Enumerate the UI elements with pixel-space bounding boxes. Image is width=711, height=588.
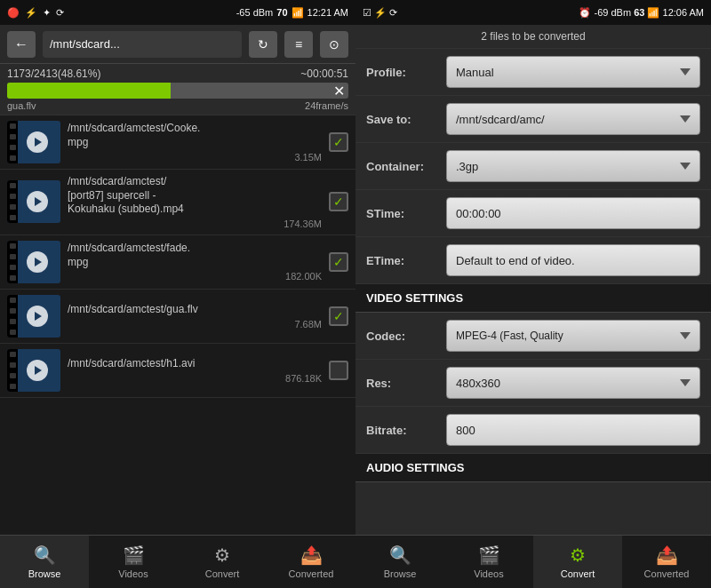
usb-icon: ⚡ (25, 7, 37, 19)
progress-section: 1173/2413(48.61%) ~00:00:51 ✕ gua.flv 24… (0, 64, 356, 115)
play-icon (27, 360, 48, 381)
file-name: /mnt/sdcard/amctest/[port87] supercell -… (68, 175, 322, 217)
converted-icon: 📤 (300, 544, 323, 566)
stime-label: STime: (366, 207, 446, 220)
saveto-dropdown[interactable]: /mnt/sdcard/amc/ (446, 103, 700, 135)
tab-browse-right[interactable]: 🔍 Browse (356, 536, 444, 588)
alarm-icon: ⏰ (579, 7, 591, 18)
bitrate-row: Bitrate: 800 (356, 407, 711, 454)
status-icons-left: 🔴 ⚡ ✦ ⟳ (7, 7, 64, 19)
file-thumbnail (7, 241, 60, 283)
file-thumbnail (7, 121, 60, 163)
converted-label: Converted (289, 568, 334, 579)
container-value: .3gp (456, 160, 478, 173)
profile-label: Profile: (366, 66, 446, 79)
convert-icon: ⚙ (214, 544, 230, 566)
file-checkbox[interactable] (329, 252, 348, 272)
progress-percent: 1173/2413(48.61%) (7, 68, 100, 80)
bitrate-field[interactable]: 800 (446, 414, 700, 446)
profile-dropdown[interactable]: Manual (446, 56, 700, 88)
status-info-left: -65 dBm 70 📶 12:21 AM (236, 7, 348, 19)
profile-control: Manual (446, 56, 700, 88)
res-control: 480x360 (446, 367, 700, 399)
file-name: /mnt/sdcard/amctest/fade.mpg (68, 242, 322, 269)
container-dropdown[interactable]: .3gp (446, 150, 700, 182)
list-item[interactable]: /mnt/sdcard/amctest/Cooke.mpg 3.15M (0, 115, 356, 170)
play-icon (27, 306, 48, 327)
file-thumbnail (7, 295, 60, 338)
tab-convert-right[interactable]: ⚙ Convert (533, 536, 622, 588)
path-display: /mnt/sdcard... (43, 31, 242, 58)
file-size: 3.15M (68, 152, 322, 163)
tab-convert[interactable]: ⚙ Convert (178, 536, 267, 588)
file-thumbnail (7, 349, 60, 392)
time-right: 12:06 AM (663, 7, 704, 18)
tab-converted[interactable]: 📤 Converted (267, 536, 356, 588)
codec-control: MPEG-4 (Fast, Quality (446, 320, 700, 352)
list-item[interactable]: /mnt/sdcard/amctest/gua.flv 7.68M (0, 290, 356, 344)
converted-icon-right: 📤 (656, 544, 678, 566)
time-left: 12:21 AM (308, 7, 348, 18)
browse-label-right: Browse (384, 568, 417, 579)
bitrate-label: Bitrate: (366, 424, 446, 437)
res-value: 480x360 (456, 377, 500, 390)
etime-value: Default to end of video. (456, 254, 575, 267)
files-to-convert: 2 files to be converted (481, 30, 585, 43)
list-item[interactable]: /mnt/sdcard/amctest/[port87] supercell -… (0, 170, 356, 235)
res-dropdown[interactable]: 480x360 (446, 367, 700, 399)
saveto-row: Save to: /mnt/sdcard/amc/ (356, 96, 711, 143)
file-name: /mnt/sdcard/amctest/h1.avi (68, 357, 322, 371)
dropdown-arrow-icon (680, 68, 691, 75)
file-checkbox[interactable] (329, 306, 348, 326)
tab-videos-right[interactable]: 🎬 Videos (444, 536, 533, 588)
refresh-button[interactable]: ↻ (249, 31, 277, 58)
signal-strength-right: -69 dBm (595, 7, 632, 18)
nav-bar: ← /mnt/sdcard... ↻ ≡ ⊙ (0, 25, 356, 64)
videos-icon-right: 🎬 (478, 544, 500, 566)
etime-control: Default to end of video. (446, 244, 700, 276)
file-thumbnail (7, 180, 60, 223)
checkbox-icon: ☑ (363, 7, 371, 18)
res-label: Res: (366, 377, 446, 390)
menu-button[interactable]: ≡ (284, 31, 313, 58)
browse-icon: 🔍 (34, 544, 56, 566)
signal-bar-icon: 📶 (292, 7, 304, 19)
list-item[interactable]: /mnt/sdcard/amctest/fade.mpg 182.00K (0, 235, 356, 290)
cancel-button[interactable]: ✕ (333, 83, 345, 99)
tab-converted-right[interactable]: 📤 Converted (622, 536, 711, 588)
bars-left: 70 (276, 7, 287, 18)
bottom-nav-right: 🔍 Browse 🎬 Videos ⚙ Convert 📤 Converted (356, 535, 711, 588)
saveto-value: /mnt/sdcard/amc/ (456, 113, 545, 126)
file-checkbox[interactable] (329, 361, 348, 380)
list-item[interactable]: /mnt/sdcard/amctest/h1.avi 876.18K (0, 344, 356, 398)
status-info-right: ⏰ -69 dBm 63 📶 12:06 AM (579, 7, 704, 19)
audio-settings-header: AUDIO SETTINGS (356, 454, 711, 482)
codec-dropdown[interactable]: MPEG-4 (Fast, Quality (446, 320, 700, 352)
convert-header: 2 files to be converted (356, 25, 711, 49)
signal-strength-left: -65 dBm (236, 7, 274, 18)
sync-icon: ⟳ (56, 7, 64, 19)
file-info: /mnt/sdcard/amctest/fade.mpg 182.00K (68, 242, 322, 282)
bitrate-control: 800 (446, 414, 700, 446)
tab-videos[interactable]: 🎬 Videos (89, 536, 178, 588)
dropdown-arrow-icon (680, 163, 691, 170)
stime-field[interactable]: 00:00:00 (446, 197, 700, 229)
file-checkbox[interactable] (329, 132, 348, 152)
play-icon (27, 251, 48, 273)
container-label: Container: (366, 160, 446, 173)
settings-scroll: Profile: Manual Save to: /mnt/sdcard/amc… (356, 49, 711, 535)
file-checkbox[interactable] (329, 192, 348, 211)
container-row: Container: .3gp (356, 143, 711, 190)
more-button[interactable]: ⊙ (320, 31, 348, 58)
back-button[interactable]: ← (7, 31, 36, 58)
dropdown-arrow-icon (680, 379, 691, 386)
tab-browse[interactable]: 🔍 Browse (0, 536, 89, 588)
stime-value: 00:00:00 (456, 207, 501, 220)
browse-icon-right: 🔍 (389, 544, 411, 566)
file-info: /mnt/sdcard/amctest/[port87] supercell -… (68, 175, 322, 229)
etime-field[interactable]: Default to end of video. (446, 244, 700, 276)
file-info: /mnt/sdcard/amctest/gua.flv 7.68M (68, 303, 322, 330)
profile-row: Profile: Manual (356, 49, 711, 96)
progress-bar-container: ✕ (7, 83, 348, 99)
progress-info: 1173/2413(48.61%) ~00:00:51 (7, 68, 348, 80)
